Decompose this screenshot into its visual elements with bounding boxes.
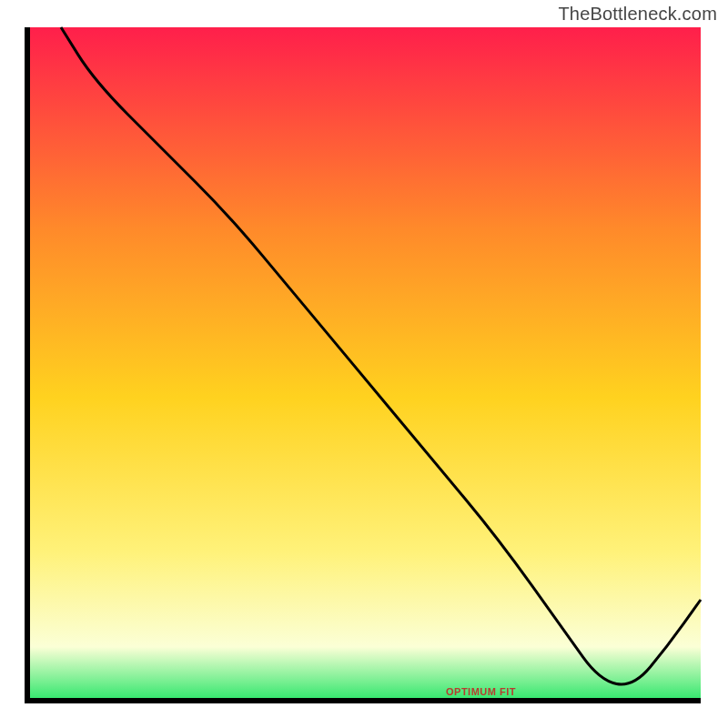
plot-area <box>27 27 701 701</box>
chart-stage: TheBottleneck.com OPTIMUM FIT <box>0 0 728 728</box>
attribution-watermark: TheBottleneck.com <box>558 4 717 25</box>
chart-background <box>0 0 728 728</box>
optimum-fit-label: OPTIMUM FIT <box>446 686 516 697</box>
